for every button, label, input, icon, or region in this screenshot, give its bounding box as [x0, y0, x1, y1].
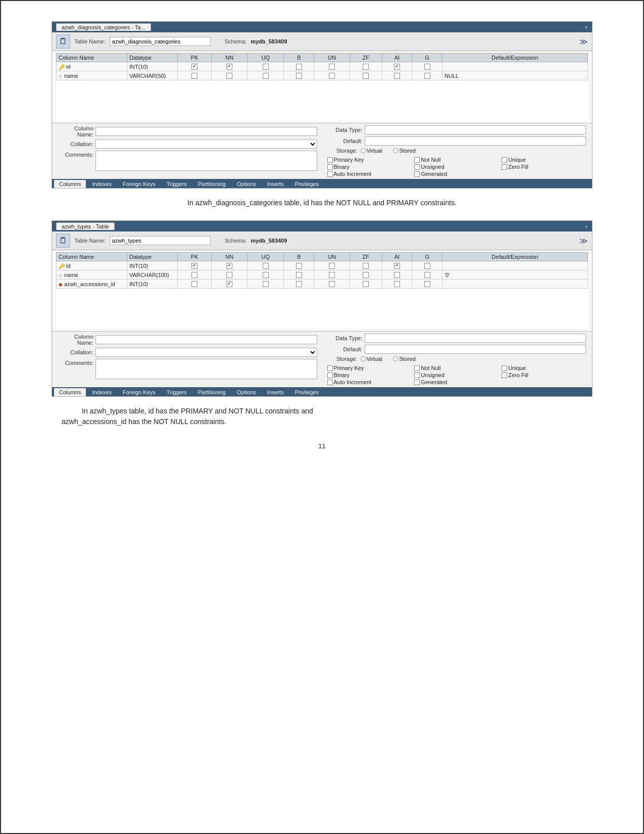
tab-columns[interactable]: Columns	[54, 388, 86, 396]
widget1-toolbar-icon[interactable]: 🗒	[56, 34, 70, 49]
col-uq-cell[interactable]	[247, 280, 284, 289]
col-b-cell[interactable]	[284, 71, 314, 80]
widget2-binary-check[interactable]	[327, 373, 333, 378]
tab-foreign-keys[interactable]: Foreign Keys	[118, 388, 161, 396]
widget2-collation-select[interactable]	[95, 348, 317, 357]
col-un-cell[interactable]	[314, 71, 350, 80]
widget2-virtual-radio[interactable]	[361, 356, 366, 361]
col-ai-cell[interactable]	[382, 71, 412, 80]
widget2-generated-check[interactable]	[414, 380, 420, 385]
widget2-notnull-check[interactable]	[414, 365, 420, 371]
tab-options[interactable]: Options	[232, 180, 261, 188]
tab-inserts[interactable]: Inserts	[262, 180, 289, 188]
col-zf-cell[interactable]	[350, 270, 382, 280]
col-g-cell[interactable]	[412, 280, 442, 289]
widget1-pk-check[interactable]	[327, 157, 333, 163]
widget1-generated-check[interactable]	[414, 171, 420, 177]
col-pk-cell[interactable]: ✓	[178, 261, 212, 270]
widget2-column-name-label: Column Name:	[58, 334, 93, 346]
widget2-tab-label[interactable]: azwh_types - Table	[56, 222, 115, 230]
widget2-unique-check[interactable]	[502, 365, 507, 371]
col-un-cell[interactable]	[314, 270, 350, 280]
widget1-stored-radio[interactable]	[393, 148, 398, 153]
col-b-cell[interactable]	[284, 280, 314, 289]
widget1-notnull-check[interactable]	[414, 157, 420, 163]
col-un-cell[interactable]	[314, 261, 350, 270]
widget2-zerofill-check[interactable]	[502, 373, 507, 378]
col-zf-cell[interactable]	[350, 71, 382, 80]
col-un-cell[interactable]	[314, 62, 350, 71]
col-pk-cell[interactable]	[178, 71, 212, 80]
col-zf-cell[interactable]	[350, 62, 382, 71]
col-pk-cell[interactable]: ✓	[178, 62, 212, 71]
col-nn-cell[interactable]: ✓	[212, 62, 247, 71]
col-pk-cell[interactable]	[178, 270, 212, 280]
widget2-close[interactable]: ×	[585, 223, 588, 229]
widget2-toolbar-icon[interactable]: 🗒	[56, 234, 70, 248]
col-g-cell[interactable]	[412, 270, 442, 280]
widget2-toolbar-arrow[interactable]: ≫	[579, 236, 588, 246]
tab-triggers[interactable]: Triggers	[162, 180, 192, 188]
tab-triggers[interactable]: Triggers	[162, 388, 192, 396]
widget2-stored-radio[interactable]	[393, 356, 398, 361]
col-ai-cell[interactable]: ✓	[382, 62, 412, 71]
col-uq-cell[interactable]	[247, 270, 284, 280]
header-column-name: Column Name	[57, 54, 127, 62]
widget1-datatype-field[interactable]	[365, 125, 586, 134]
col-nn-cell[interactable]: ✓	[212, 261, 247, 270]
col-b-cell[interactable]	[284, 62, 314, 71]
col-b-cell[interactable]	[284, 270, 314, 280]
widget1-table-name-input[interactable]	[110, 37, 211, 46]
col-uq-cell[interactable]	[247, 62, 284, 71]
tab-options[interactable]: Options	[232, 388, 261, 396]
tab-indexes[interactable]: Indexes	[87, 180, 117, 188]
col-ai-cell[interactable]	[382, 270, 412, 280]
widget2-column-name-field[interactable]	[95, 335, 317, 344]
tab-inserts[interactable]: Inserts	[262, 388, 289, 396]
tab-privileges[interactable]: Privileges	[290, 180, 324, 188]
col-g-cell[interactable]	[412, 261, 442, 270]
col-g-cell[interactable]	[412, 62, 442, 71]
widget1-virtual-radio[interactable]	[361, 148, 366, 153]
col-b-cell[interactable]	[284, 261, 314, 270]
widget2-datatype-field[interactable]	[365, 334, 586, 343]
widget2-pk-check[interactable]	[327, 365, 333, 371]
col-ai-cell[interactable]: ✓	[382, 261, 412, 270]
col-nn-cell[interactable]	[212, 270, 247, 280]
widget2-unique-opt: Unique	[502, 365, 586, 371]
widget1-column-name-field[interactable]	[95, 127, 317, 136]
col-uq-cell[interactable]	[247, 71, 284, 80]
widget2-autoinc-check[interactable]	[327, 380, 333, 385]
col-zf-cell[interactable]	[350, 261, 382, 270]
widget2-default-field[interactable]	[365, 345, 586, 354]
tab-foreign-keys[interactable]: Foreign Keys	[118, 180, 161, 188]
col-un-cell[interactable]	[314, 280, 350, 289]
tab-columns[interactable]: Columns	[54, 180, 86, 188]
col-nn-cell[interactable]	[212, 71, 247, 80]
tab-indexes[interactable]: Indexes	[87, 388, 117, 396]
widget1-tab-label[interactable]: azwh_diagnosis_categories - Ta...	[56, 23, 151, 31]
col-ai-cell[interactable]	[382, 280, 412, 289]
tab-partitioning[interactable]: Partitioning	[193, 180, 231, 188]
widget2-comments-field[interactable]	[95, 359, 317, 379]
widget1-toolbar-arrow[interactable]: ≫	[579, 37, 588, 47]
col-zf-cell[interactable]	[350, 280, 382, 289]
widget1-zerofill-check[interactable]	[502, 164, 507, 170]
widget1-close[interactable]: ×	[585, 24, 588, 30]
widget1-comments-field[interactable]	[95, 151, 317, 171]
tab-partitioning[interactable]: Partitioning	[193, 388, 231, 396]
widget2-zerofill-opt: Zero Fill	[502, 372, 586, 378]
col-uq-cell[interactable]	[247, 261, 284, 270]
col-pk-cell[interactable]	[178, 280, 212, 289]
widget1-unique-check[interactable]	[502, 157, 507, 163]
widget2-table-name-input[interactable]	[110, 236, 211, 245]
widget1-unsigned-check[interactable]	[414, 164, 420, 170]
col-nn-cell[interactable]: ✓	[212, 280, 247, 289]
widget1-autoinc-check[interactable]	[327, 171, 333, 177]
col-g-cell[interactable]	[412, 71, 442, 80]
widget1-collation-select[interactable]	[95, 140, 317, 149]
tab-privileges[interactable]: Privileges	[290, 388, 324, 396]
widget1-default-field[interactable]	[365, 136, 586, 146]
widget1-binary-check[interactable]	[327, 164, 333, 170]
widget2-unsigned-check[interactable]	[414, 373, 420, 378]
